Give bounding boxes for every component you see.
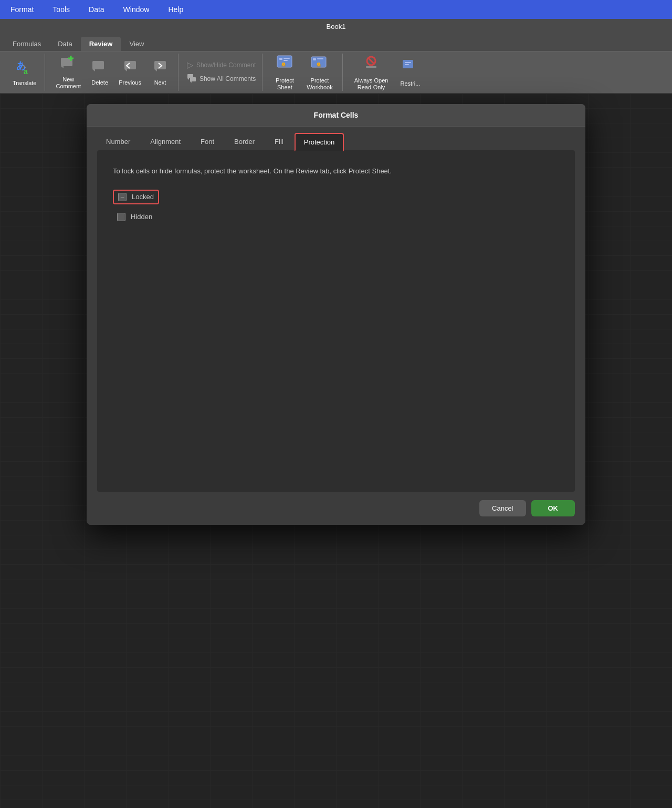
protect-sheet-label: ProtectSheet — [276, 77, 294, 91]
hidden-checkbox-wrap[interactable]: Hidden — [113, 211, 156, 223]
show-comments-section: ▷ Show/Hide Comment Show All Comments — [185, 59, 258, 86]
svg-rect-12 — [154, 61, 166, 69]
dialog-footer: Cancel OK — [87, 492, 585, 525]
translate-label: Translate — [13, 80, 36, 87]
tab-formulas[interactable]: Formulas — [4, 37, 49, 51]
svg-rect-36 — [405, 64, 409, 65]
always-open-readonly-label: Always OpenRead-Only — [354, 77, 388, 91]
svg-rect-27 — [317, 58, 323, 59]
menubar: Format Tools Data Window Help — [0, 0, 672, 19]
svg-rect-30 — [318, 65, 319, 66]
svg-marker-4 — [61, 66, 64, 68]
dialog-titlebar: Format Cells — [87, 104, 585, 127]
svg-rect-26 — [313, 58, 316, 60]
locked-label: Locked — [132, 193, 154, 201]
svg-rect-19 — [279, 58, 282, 60]
svg-rect-9 — [124, 61, 136, 69]
translate-button[interactable]: あ a Translate — [8, 55, 40, 89]
ribbon-toolbar: あ a Translate NewComment — [0, 51, 672, 94]
show-comments-group: ▷ Show/Hide Comment Show All Comments — [181, 54, 262, 91]
new-comment-label: NewComment — [56, 76, 81, 90]
show-all-comments-icon — [187, 73, 196, 85]
svg-marker-17 — [190, 81, 192, 82]
locked-row: Locked — [113, 190, 559, 204]
spreadsheet-area: Format Cells Number Alignment Font Borde… — [0, 94, 672, 808]
restrict-permissions-button[interactable]: Restri... — [394, 55, 426, 89]
svg-rect-20 — [284, 58, 290, 59]
delete-icon — [91, 58, 109, 78]
svg-rect-16 — [190, 77, 196, 81]
tab-number[interactable]: Number — [97, 133, 139, 150]
dialog-tabs: Number Alignment Font Border Fill Protec… — [87, 127, 585, 150]
svg-marker-15 — [187, 78, 189, 80]
svg-rect-21 — [284, 60, 288, 61]
next-label: Next — [154, 79, 166, 86]
new-comment-icon — [59, 55, 77, 75]
protect-sheet-icon — [275, 54, 294, 76]
previous-button[interactable]: Previous — [114, 56, 145, 88]
menu-data[interactable]: Data — [85, 3, 109, 16]
protection-info-text: To lock cells or hide formulas, protect … — [113, 166, 559, 177]
tab-review[interactable]: Review — [81, 37, 121, 51]
format-cells-dialog: Format Cells Number Alignment Font Borde… — [87, 104, 585, 525]
hidden-row: Hidden — [113, 211, 559, 223]
tab-protection[interactable]: Protection — [295, 133, 344, 151]
always-open-readonly-button[interactable]: Always OpenRead-Only — [349, 51, 394, 93]
protection-group: ProtectSheet ProtectWorkbook — [265, 54, 342, 91]
new-comment-button[interactable]: NewComment — [51, 53, 85, 92]
ribbon-tabs: Formulas Data Review View — [0, 34, 672, 51]
permissions-group: Always OpenRead-Only Restri... — [345, 54, 430, 91]
svg-text:a: a — [24, 67, 28, 76]
show-hide-comment-icon: ▷ — [187, 60, 193, 70]
previous-icon — [121, 58, 139, 78]
svg-line-32 — [368, 58, 374, 64]
delete-button[interactable]: Delete — [86, 56, 113, 88]
modal-overlay: Format Cells Number Alignment Font Borde… — [0, 94, 672, 808]
previous-label: Previous — [119, 79, 141, 86]
protect-workbook-label: ProtectWorkbook — [307, 77, 332, 91]
menu-window[interactable]: Window — [119, 3, 154, 16]
locked-checkbox[interactable] — [118, 193, 127, 201]
tab-fill[interactable]: Fill — [266, 133, 292, 150]
protect-workbook-button[interactable]: ProtectWorkbook — [301, 51, 338, 93]
translate-group: あ a Translate — [4, 54, 45, 91]
show-all-comments-label: Show All Comments — [200, 75, 256, 82]
show-hide-comment-button[interactable]: ▷ Show/Hide Comment — [185, 59, 258, 71]
show-hide-comment-label: Show/Hide Comment — [196, 61, 256, 69]
protect-workbook-icon — [310, 54, 329, 76]
svg-marker-13 — [154, 69, 157, 71]
svg-rect-35 — [405, 62, 411, 63]
svg-rect-7 — [92, 61, 104, 69]
hidden-checkbox[interactable] — [117, 213, 125, 221]
tab-alignment[interactable]: Alignment — [141, 133, 190, 150]
translate-icon: あ a — [15, 57, 34, 79]
restrict-permissions-label: Restri... — [401, 80, 421, 87]
next-button[interactable]: Next — [146, 56, 174, 88]
tab-border[interactable]: Border — [225, 133, 264, 150]
cancel-button[interactable]: Cancel — [479, 500, 526, 516]
menu-tools[interactable]: Tools — [48, 3, 74, 16]
title-bar: Book1 — [0, 19, 672, 34]
hidden-label: Hidden — [131, 213, 152, 221]
svg-marker-8 — [92, 69, 95, 71]
ok-button[interactable]: OK — [531, 500, 575, 516]
menu-format[interactable]: Format — [6, 3, 38, 16]
restrict-permissions-icon — [401, 57, 419, 79]
workbook-title: Book1 — [327, 23, 346, 30]
protect-sheet-button[interactable]: ProtectSheet — [269, 51, 300, 93]
tab-font[interactable]: Font — [192, 133, 223, 150]
menu-help[interactable]: Help — [164, 3, 187, 16]
show-all-comments-button[interactable]: Show All Comments — [185, 72, 258, 86]
svg-rect-33 — [366, 66, 376, 68]
next-icon — [151, 58, 169, 78]
dialog-content: To lock cells or hide formulas, protect … — [97, 150, 575, 492]
tab-view[interactable]: View — [121, 37, 152, 51]
comments-group: NewComment Delete Previous — [47, 54, 178, 91]
svg-marker-10 — [124, 69, 127, 71]
locked-checkbox-wrap[interactable]: Locked — [113, 190, 159, 204]
svg-rect-24 — [283, 65, 284, 66]
delete-label: Delete — [91, 79, 108, 86]
tab-data[interactable]: Data — [49, 37, 80, 51]
dialog-title: Format Cells — [314, 111, 359, 119]
always-open-readonly-icon — [362, 54, 381, 76]
